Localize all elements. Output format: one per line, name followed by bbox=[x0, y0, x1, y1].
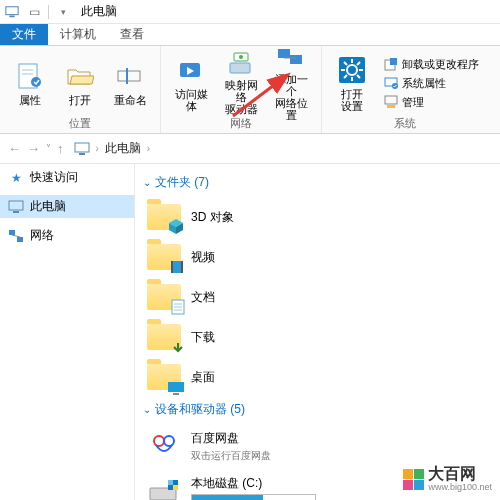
content-pane: ⌄ 文件夹 (7) 3D 对象 视频 文档 下载 桌面 bbox=[135, 164, 500, 500]
body: ★ 快速访问 此电脑 网络 ⌄ 文件夹 (7) 3D 对象 视频 bbox=[0, 164, 500, 500]
watermark-logo-icon bbox=[403, 469, 424, 490]
folder-documents[interactable]: 文档 bbox=[143, 277, 318, 317]
folder-3d-objects[interactable]: 3D 对象 bbox=[143, 197, 318, 237]
svg-rect-51 bbox=[168, 382, 184, 392]
svg-rect-7 bbox=[126, 68, 128, 84]
settings-gear-icon bbox=[336, 54, 368, 86]
nav-history-dropdown[interactable]: ˅ bbox=[46, 143, 51, 154]
folder-icon bbox=[145, 201, 183, 233]
svg-rect-58 bbox=[173, 485, 178, 490]
open-folder-icon bbox=[64, 60, 96, 92]
window-title: 此电脑 bbox=[81, 3, 117, 20]
svg-point-53 bbox=[154, 436, 164, 446]
map-drive-icon bbox=[225, 51, 257, 77]
drive-baidu[interactable]: 百度网盘 双击运行百度网盘 bbox=[143, 424, 318, 469]
tab-computer[interactable]: 计算机 bbox=[48, 24, 108, 45]
svg-rect-14 bbox=[290, 55, 302, 64]
svg-rect-35 bbox=[79, 153, 85, 155]
breadcrumb-root[interactable]: 此电脑 bbox=[105, 140, 141, 157]
titlebar: ▭ ▾ 此电脑 bbox=[0, 0, 500, 24]
manage-icon bbox=[384, 95, 398, 109]
nav-sidebar: ★ 快速访问 此电脑 网络 bbox=[0, 164, 135, 500]
svg-rect-10 bbox=[230, 63, 250, 73]
address-bar[interactable]: › 此电脑 › bbox=[70, 138, 493, 159]
svg-rect-39 bbox=[17, 237, 23, 242]
add-network-location-button[interactable]: 添加一个 网络位置 bbox=[267, 50, 315, 116]
watermark-text: 大百网 bbox=[428, 466, 492, 482]
pc-icon bbox=[4, 4, 20, 20]
open-button[interactable]: 打开 bbox=[56, 50, 104, 116]
folder-icon bbox=[145, 281, 183, 313]
chevron-down-icon: ⌄ bbox=[143, 404, 151, 415]
section-folders-header[interactable]: ⌄ 文件夹 (7) bbox=[143, 174, 492, 191]
baidu-icon bbox=[145, 430, 183, 462]
folder-videos[interactable]: 视频 bbox=[143, 237, 318, 277]
watermark: 大百网 www.big100.net bbox=[403, 466, 492, 492]
folder-desktop[interactable]: 桌面 bbox=[143, 357, 318, 397]
ribbon-tabs: 文件 计算机 查看 bbox=[0, 24, 500, 46]
svg-rect-27 bbox=[390, 58, 397, 65]
drive-c[interactable]: 本地磁盘 (C:) 55.0 GB 可用， bbox=[143, 469, 318, 500]
ribbon-group-network: 访问媒体 映射网络 驱动器 添加一个 网络位置 网络 bbox=[161, 46, 322, 133]
svg-line-40 bbox=[12, 235, 20, 237]
folders-grid: 3D 对象 视频 文档 下载 桌面 bbox=[143, 197, 492, 397]
ribbon-group-location: 属性 打开 重命名 位置 bbox=[0, 46, 161, 133]
star-icon: ★ bbox=[8, 170, 24, 186]
nav-forward-button[interactable]: → bbox=[27, 141, 40, 156]
qat-dropdown-icon[interactable]: ▾ bbox=[55, 4, 71, 20]
properties-icon bbox=[14, 60, 46, 92]
divider bbox=[48, 5, 49, 19]
svg-rect-1 bbox=[9, 15, 14, 17]
pc-icon bbox=[8, 199, 24, 215]
pc-icon bbox=[74, 141, 90, 157]
group-label-network: 网络 bbox=[167, 116, 315, 133]
open-settings-button[interactable]: 打开 设置 bbox=[328, 50, 376, 116]
rename-button[interactable]: 重命名 bbox=[106, 50, 154, 116]
navbar: ← → ˅ ↑ › 此电脑 › bbox=[0, 134, 500, 164]
folder-icon bbox=[145, 241, 183, 273]
folder-icon bbox=[145, 361, 183, 393]
system-properties-button[interactable]: 系统属性 bbox=[382, 75, 481, 92]
svg-rect-37 bbox=[13, 211, 19, 213]
map-drive-button[interactable]: 映射网络 驱动器 bbox=[217, 50, 265, 116]
chevron-down-icon: ⌄ bbox=[143, 177, 151, 188]
svg-point-54 bbox=[164, 436, 174, 446]
system-props-icon bbox=[384, 76, 398, 90]
svg-rect-6 bbox=[118, 71, 140, 81]
rename-icon bbox=[114, 60, 146, 92]
sidebar-item-this-pc[interactable]: 此电脑 bbox=[0, 195, 134, 218]
group-label-system: 系统 bbox=[328, 116, 481, 133]
media-icon bbox=[175, 54, 207, 86]
qat-checkbox-icon[interactable]: ▭ bbox=[26, 4, 42, 20]
chevron-right-icon[interactable]: › bbox=[96, 143, 99, 154]
svg-rect-38 bbox=[9, 230, 15, 235]
tab-file[interactable]: 文件 bbox=[0, 24, 48, 45]
sidebar-item-quick-access[interactable]: ★ 快速访问 bbox=[0, 166, 134, 189]
svg-rect-31 bbox=[387, 105, 395, 108]
drive-icon bbox=[145, 475, 183, 500]
svg-rect-36 bbox=[9, 201, 23, 210]
sidebar-item-network[interactable]: 网络 bbox=[0, 224, 134, 247]
nav-up-button[interactable]: ↑ bbox=[57, 141, 64, 156]
network-location-icon bbox=[275, 45, 307, 71]
svg-rect-34 bbox=[75, 143, 89, 152]
uninstall-icon bbox=[384, 57, 398, 71]
access-media-button[interactable]: 访问媒体 bbox=[167, 50, 215, 116]
manage-button[interactable]: 管理 bbox=[382, 94, 481, 111]
ribbon: 属性 打开 重命名 位置 访问媒体 映射网络 驱动器 bbox=[0, 46, 500, 134]
group-label-location: 位置 bbox=[6, 116, 154, 133]
svg-rect-0 bbox=[6, 6, 18, 14]
section-drives-header[interactable]: ⌄ 设备和驱动器 (5) bbox=[143, 401, 492, 418]
svg-rect-57 bbox=[168, 480, 173, 485]
folder-downloads[interactable]: 下载 bbox=[143, 317, 318, 357]
network-icon bbox=[8, 228, 24, 244]
nav-back-button[interactable]: ← bbox=[8, 141, 21, 156]
uninstall-programs-button[interactable]: 卸载或更改程序 bbox=[382, 56, 481, 73]
tab-view[interactable]: 查看 bbox=[108, 24, 156, 45]
ribbon-group-system: 打开 设置 卸载或更改程序 系统属性 管理 系统 bbox=[322, 46, 487, 133]
properties-button[interactable]: 属性 bbox=[6, 50, 54, 116]
watermark-url: www.big100.net bbox=[428, 482, 492, 492]
svg-rect-30 bbox=[385, 96, 397, 104]
drive-usage-bar bbox=[191, 494, 316, 500]
chevron-right-icon[interactable]: › bbox=[147, 143, 150, 154]
